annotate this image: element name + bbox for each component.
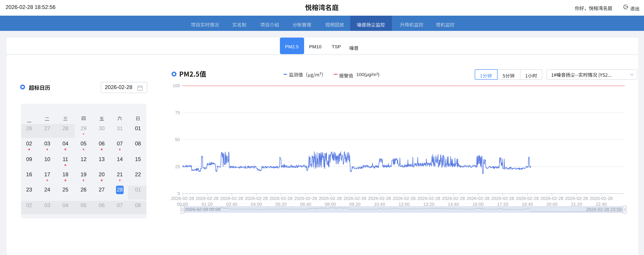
svg-text:02:40: 02:40 [226,202,237,207]
svg-text:25: 25 [175,164,180,169]
svg-text:2026-02-28: 2026-02-28 [590,196,613,201]
svg-text:75: 75 [175,110,180,115]
svg-text:16:00: 16:00 [472,202,484,207]
svg-text:08:00: 08:00 [325,202,336,207]
svg-text:2026-02-28: 2026-02-28 [294,196,317,201]
svg-text:2026-02-28: 2026-02-28 [319,196,342,201]
svg-text:04:00: 04:00 [251,202,262,207]
svg-text:2026-02-28: 2026-02-28 [368,196,391,201]
svg-text:2026-02-28: 2026-02-28 [270,196,292,201]
svg-text:2026-02-28: 2026-02-28 [565,196,588,201]
svg-text:2026-02-28: 2026-02-28 [491,196,514,201]
svg-text:14:40: 14:40 [448,202,459,207]
svg-text:01:20: 01:20 [202,202,213,207]
svg-text:09:20: 09:20 [349,202,360,207]
svg-text:2026-02-28: 2026-02-28 [171,196,194,201]
svg-text:2026-02-28: 2026-02-28 [516,196,539,201]
svg-text:2026-02-28: 2026-02-28 [196,196,218,201]
svg-text:2026-02-28: 2026-02-28 [220,196,243,201]
svg-text:12:00: 12:00 [398,202,410,207]
svg-text:50: 50 [175,137,180,142]
svg-text:22:40: 22:40 [596,202,607,207]
svg-text:2026-02-28: 2026-02-28 [540,196,564,201]
svg-text:20:00: 20:00 [546,202,558,207]
svg-text:2026-02-28: 2026-02-28 [393,196,416,201]
svg-text:18:40: 18:40 [522,202,533,207]
svg-text:2026-02-28: 2026-02-28 [245,196,268,201]
svg-text:2026-02-28: 2026-02-28 [442,196,465,201]
svg-text:100: 100 [173,83,180,88]
svg-text:2026-02-28: 2026-02-28 [418,196,440,201]
svg-text:13:20: 13:20 [423,202,434,207]
svg-text:21:20: 21:20 [571,202,582,207]
svg-text:2026-02-28 00:00: 2026-02-28 00:00 [185,207,220,212]
svg-text:2026-02-28 23:59: 2026-02-28 23:59 [586,207,622,212]
svg-text:17:20: 17:20 [497,202,508,207]
svg-text:2026-02-28: 2026-02-28 [344,196,366,201]
svg-text:06:40: 06:40 [300,202,311,207]
svg-text:0: 0 [178,191,180,196]
svg-text:2026-02-28: 2026-02-28 [467,196,490,201]
svg-text:10:40: 10:40 [374,202,385,207]
svg-text:05:20: 05:20 [276,202,286,207]
